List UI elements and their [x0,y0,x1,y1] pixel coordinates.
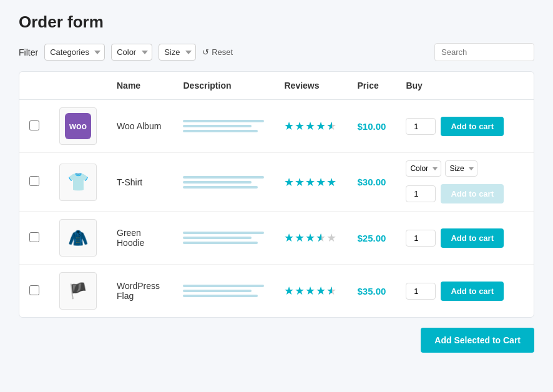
quantity-input[interactable] [406,185,436,202]
table-header: Name Description Reviews Price Buy [19,72,534,100]
buy-cell: Color Size Add to cart [396,153,514,212]
description-cell [173,212,274,265]
desc-line [183,176,264,179]
row-checkbox-woo-album[interactable] [29,120,39,130]
table-row: woo Woo Album ★★★★★★ $10.0 [19,100,534,153]
add-to-cart-button[interactable]: Add to cart [441,228,504,248]
row-checkbox-flag[interactable] [29,285,39,295]
extra-cell [514,212,534,265]
quantity-input[interactable] [406,283,436,300]
reviews-cell: ★★★★★★ [274,100,347,153]
product-image-flag: 🏴 [59,272,97,310]
img-header [49,72,107,100]
product-name-cell: Green Hoodie [107,212,173,265]
description-lines [183,120,264,132]
product-image-cell: 🏴 [49,265,107,318]
product-image-cell: 🧥 [49,212,107,265]
table-row: 👕 T-Shirt ★★★★★ $30.00 [19,153,534,212]
extra-cell [514,100,534,153]
description-cell [173,265,274,318]
desc-line [183,125,252,127]
buy-cell: Add to cart [396,212,514,265]
buy-cell: Add to cart [396,100,514,153]
color-variant-select[interactable]: Color [406,160,441,177]
hoodie-icon: 🧥 [68,228,88,248]
buy-header: Buy [396,72,514,100]
reset-button[interactable]: ↺ Reset [202,47,233,57]
action-header [514,72,534,100]
product-price: $10.00 [357,121,386,132]
row-checkbox-cell [19,153,49,212]
desc-line [183,186,258,189]
price-cell: $25.00 [347,212,396,265]
product-name: WordPress Flag [117,281,160,301]
footer-bar: Add Selected to Cart [19,328,534,353]
product-name: T-Shirt [117,177,142,187]
star-rating: ★★★★★★ [284,285,337,297]
product-name: Green Hoodie [117,228,144,248]
buy-row: Add to cart [406,184,504,203]
row-checkbox-cell [19,265,49,318]
products-table: Name Description Reviews Price Buy woo [19,71,534,318]
product-image-hoodie: 🧥 [59,219,97,257]
add-selected-to-cart-button[interactable]: Add Selected to Cart [421,328,534,353]
filter-label: Filter [19,47,38,57]
buy-cell: Add to cart [396,265,514,318]
star-rating: ★★★★★★ [284,120,337,132]
table-row: 🧥 Green Hoodie ★★★★★★ $25 [19,212,534,265]
desc-line [183,120,264,122]
categories-select[interactable]: Categories [44,44,105,61]
price-cell: $10.00 [347,100,396,153]
product-name: Woo Album [117,121,161,131]
size-filter-select[interactable]: Size [159,44,196,61]
star-rating: ★★★★★★ [284,232,337,244]
flag-icon: 🏴 [69,282,87,300]
description-lines [183,232,264,244]
extra-cell [514,265,534,318]
reviews-cell: ★★★★★ [274,153,347,212]
buy-controls-tshirt: Color Size Add to cart [406,160,504,203]
add-to-cart-button[interactable]: Add to cart [441,184,504,203]
row-checkbox-tshirt[interactable] [29,176,39,186]
add-to-cart-button[interactable]: Add to cart [441,282,504,301]
woo-icon: woo [65,113,91,139]
product-price: $25.00 [357,233,386,243]
row-checkbox-cell [19,212,49,265]
row-checkbox-hoodie[interactable] [29,232,39,242]
size-variant-select[interactable]: Size [445,160,477,177]
description-cell [173,153,274,212]
filter-bar: Filter Categories Color Size ↺ Reset [19,43,534,61]
description-header: Description [173,72,274,100]
quantity-input[interactable] [406,230,436,247]
name-header: Name [107,72,173,100]
product-name-cell: T-Shirt [107,153,173,212]
quantity-input[interactable] [406,118,436,135]
buy-controls: Add to cart [406,228,504,248]
desc-line [183,290,252,292]
product-name-cell: Woo Album [107,100,173,153]
price-cell: $35.00 [347,265,396,318]
desc-line [183,237,252,239]
reviews-cell: ★★★★★★ [274,265,347,318]
product-name-cell: WordPress Flag [107,265,173,318]
description-lines [183,176,264,189]
search-input[interactable] [434,43,534,61]
extra-cell [514,153,534,212]
checkbox-header [19,72,49,100]
product-image-cell: woo [49,100,107,153]
page-title: Order form [19,12,534,32]
add-to-cart-button[interactable]: Add to cart [441,117,504,136]
buy-controls: Add to cart [406,282,504,301]
desc-line [183,232,264,234]
product-price: $35.00 [357,286,386,296]
row-checkbox-cell [19,100,49,153]
desc-line [183,181,252,184]
price-cell: $30.00 [347,153,396,212]
reset-icon: ↺ [202,47,209,57]
color-filter-select[interactable]: Color [111,44,152,61]
buy-controls: Add to cart [406,117,504,136]
reviews-header: Reviews [274,72,347,100]
product-price: $30.00 [357,177,386,187]
desc-line [183,242,258,244]
desc-line [183,285,264,287]
